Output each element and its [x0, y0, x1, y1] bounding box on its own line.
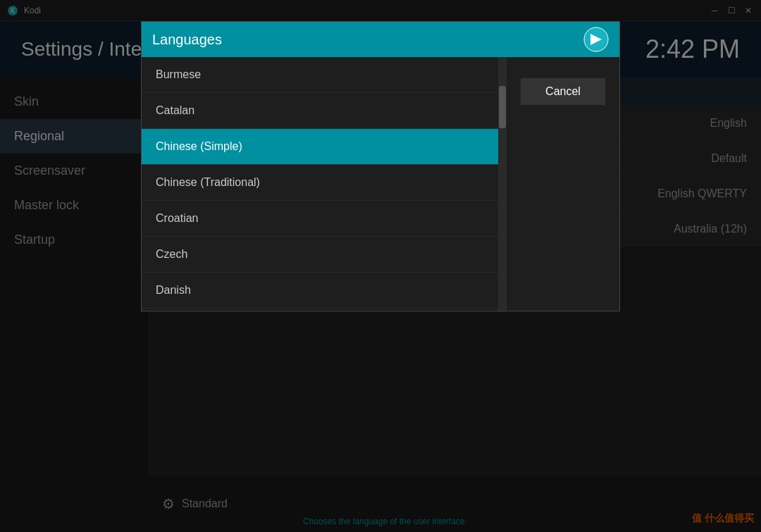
- dialog-header: Languages: [142, 22, 619, 57]
- kodi-logo-icon: [583, 27, 609, 52]
- list-item-chinese-simple[interactable]: Chinese (Simple): [142, 129, 498, 165]
- list-item-catalan[interactable]: Catalan: [142, 93, 498, 129]
- dialog-actions: Cancel: [507, 57, 619, 311]
- list-item-czech[interactable]: Czech: [142, 237, 498, 273]
- scrollbar-thumb[interactable]: [499, 86, 506, 128]
- language-list[interactable]: Burmese Catalan Chinese (Simple) Chinese…: [142, 57, 498, 311]
- list-item-chinese-traditional[interactable]: Chinese (Traditional): [142, 165, 498, 201]
- list-item-croatian[interactable]: Croatian: [142, 201, 498, 237]
- languages-dialog: Languages Burmese Catalan Chinese (Simpl…: [141, 21, 620, 311]
- list-item-burmese[interactable]: Burmese: [142, 57, 498, 93]
- dialog-overlay: Languages Burmese Catalan Chinese (Simpl…: [0, 0, 761, 532]
- dialog-title: Languages: [152, 32, 222, 48]
- list-item-danish[interactable]: Danish: [142, 273, 498, 309]
- scrollbar[interactable]: [498, 57, 507, 311]
- list-item-dutch[interactable]: Dutch: [142, 309, 498, 311]
- dialog-body: Burmese Catalan Chinese (Simple) Chinese…: [142, 57, 619, 311]
- cancel-button[interactable]: Cancel: [521, 78, 605, 105]
